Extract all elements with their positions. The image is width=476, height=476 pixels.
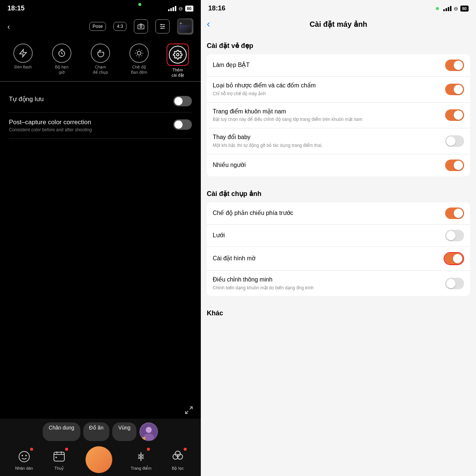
setting-phan-chieu: Chế độ phản chiếu phía trước <box>207 202 470 225</box>
settings-header: ‹ Cài đặt máy ảnh <box>201 15 476 34</box>
action-makeup[interactable]: Trang điểm <box>131 449 151 471</box>
gear-highlight-box <box>167 44 189 66</box>
mode-touch[interactable]: Chạmđể chụp <box>87 44 113 75</box>
svg-point-34 <box>25 455 27 456</box>
section-other-header: Khác <box>207 302 470 322</box>
toolbar-items: Pose 4:3 <box>89 18 193 35</box>
lam-dep-label-wrap: Làm đẹp BẬT <box>213 61 445 69</box>
status-icons-left: ⊖ 80 <box>168 6 193 12</box>
capture-settings-card: Chế độ phản chiếu phía trước Lưới Cài đặ… <box>207 202 470 296</box>
timer-label: Bộ hẹngiờ <box>55 64 69 75</box>
setting-postcapture-label: Post–capture color correction Consistent… <box>9 119 92 132</box>
section-beauty-header: Cài đặt vẻ đẹp <box>207 34 470 54</box>
lam-dep-title: Làm đẹp BẬT <box>213 61 441 69</box>
thay-doi-baby-toggle[interactable] <box>445 135 464 147</box>
mode-doan[interactable]: Đồ ăn <box>83 422 110 441</box>
camera-flip-button[interactable] <box>134 19 148 33</box>
hinh-mo-title: Cài đặt hình mờ <box>213 255 439 263</box>
loai-bo-toggle[interactable] <box>445 84 464 95</box>
setting-postcapture: Post–capture color correction Consistent… <box>9 113 192 139</box>
svg-line-19 <box>136 50 136 51</box>
action-thuy[interactable]: Thuỷ <box>51 449 67 471</box>
svg-line-14 <box>62 54 63 54</box>
trang-diem-nam-label-wrap: Trang điểm khuôn mặt nam Bật tuỳ chọn nà… <box>213 108 445 123</box>
phan-chieu-toggle[interactable] <box>445 208 464 219</box>
camera-settings: Tự động lưu Post–capture color correctio… <box>0 82 201 419</box>
filter-label: Bộ lọc <box>172 466 184 471</box>
signal-icon-right <box>443 6 451 11</box>
setting-loai-bo: Loại bỏ nhược điểm và các đốm chấm Chỉ h… <box>207 77 470 103</box>
back-button-right[interactable]: ‹ <box>207 18 210 30</box>
makeup-badge <box>147 448 150 451</box>
mode-chandung[interactable]: Chân dung <box>43 422 80 441</box>
loai-bo-title: Loại bỏ nhược điểm và các đốm chấm <box>213 82 441 90</box>
svg-line-20 <box>141 55 142 56</box>
svg-line-24 <box>141 50 142 51</box>
thuy-icon <box>51 449 67 464</box>
setting-lam-dep: Làm đẹp BẬT <box>207 54 470 77</box>
mode-timer[interactable]: Bộ hẹngiờ <box>49 44 75 75</box>
capture-button[interactable] <box>86 446 112 473</box>
gallery-thumbnail[interactable]: ▶ <box>177 18 193 35</box>
filter-icon <box>170 449 186 464</box>
action-filter[interactable]: Bộ lọc <box>170 449 186 471</box>
beauty-settings-card: Làm đẹp BẬT Loại bỏ nhược điểm và các đố… <box>207 54 470 176</box>
expand-icon[interactable] <box>184 406 193 416</box>
setting-trang-diem-nam: Trang điểm khuôn mặt nam Bật tuỳ chọn nà… <box>207 103 470 129</box>
luoi-toggle[interactable] <box>445 230 464 241</box>
svg-line-26 <box>190 407 192 409</box>
svg-rect-35 <box>54 452 64 461</box>
trang-diem-nam-toggle[interactable] <box>445 109 464 121</box>
svg-point-6 <box>161 28 163 29</box>
touch-label: Chạmđể chụp <box>93 64 108 75</box>
mode-vung[interactable]: Vùng <box>112 422 136 441</box>
filter-badge <box>184 448 187 451</box>
section-capture-header: Cài đặt chụp ảnh <box>207 182 470 202</box>
nhieu-nguoi-toggle[interactable] <box>445 160 464 171</box>
thuy-label: Thuỷ <box>54 466 64 471</box>
mode-night[interactable]: Chế độBan đêm <box>126 44 152 75</box>
settings-title: Cài đặt máy ảnh <box>309 20 367 29</box>
filter-button[interactable] <box>155 19 170 33</box>
time-left: 18:15 <box>7 4 25 12</box>
bottom-actions: Nhân dán Thuỷ <box>6 446 195 473</box>
svg-rect-9 <box>179 25 191 32</box>
dieu-chinh-toggle[interactable] <box>445 278 464 289</box>
auto-save-toggle[interactable] <box>173 96 192 106</box>
back-button-left[interactable]: ‹ <box>7 22 10 31</box>
nhieu-nguoi-title: Nhiều người <box>213 161 441 169</box>
mode-settings[interactable]: Thêmcài đặt <box>165 44 191 78</box>
svg-point-33 <box>22 455 23 456</box>
settings-content: Cài đặt vẻ đẹp Làm đẹp BẬT Loại bỏ nhược… <box>201 34 476 476</box>
gear-icon <box>169 46 187 64</box>
settings-label: Thêmcài đặt <box>171 67 184 78</box>
ratio-button[interactable]: 4:3 <box>113 22 126 31</box>
flash-label: Đèn flash <box>15 64 32 70</box>
wifi-icon-right: ⊖ <box>454 6 458 12</box>
right-panel: 18:16 ⊖ 80 ‹ Cài đặt máy ảnh Cài đặt vẻ … <box>201 0 476 476</box>
setting-auto-save-label: Tự động lưu <box>9 95 44 103</box>
action-sticker[interactable]: Nhân dán <box>15 449 33 470</box>
pose-button[interactable]: Pose <box>89 22 106 31</box>
mode-flash[interactable]: Đèn flash <box>10 44 36 70</box>
bottom-modes: Chân dung Đồ ăn Vùng 🐱 <box>6 422 195 441</box>
makeup-icon <box>133 449 149 464</box>
touch-icon <box>91 44 110 63</box>
left-panel: 18:15 ⊖ 80 ‹ Pose 4:3 <box>0 0 201 476</box>
hinh-mo-toggle[interactable] <box>444 253 463 264</box>
status-icons-right: ⊖ 80 <box>436 6 469 12</box>
luoi-title: Lưới <box>213 232 441 239</box>
lam-dep-toggle[interactable] <box>445 60 464 71</box>
setting-luoi: Lưới <box>207 225 470 247</box>
time-right: 18:16 <box>208 4 225 12</box>
svg-line-27 <box>186 411 188 414</box>
flash-icon <box>13 44 33 63</box>
sticker-icon <box>16 449 32 464</box>
timer-icon <box>52 44 71 63</box>
postcapture-toggle[interactable] <box>173 119 192 130</box>
dieu-chinh-sub: Chỉnh biến dạng khuôn mặt do biến dạng ố… <box>213 285 441 291</box>
svg-point-0 <box>140 26 142 28</box>
sticker-label: Nhân dán <box>15 466 33 470</box>
thuy-badge <box>65 448 68 451</box>
setting-auto-save: Tự động lưu <box>9 89 192 113</box>
